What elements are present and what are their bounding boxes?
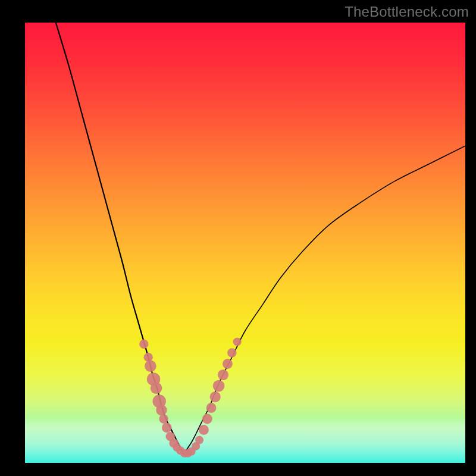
data-marker: [223, 359, 233, 369]
data-marker: [162, 422, 172, 433]
curve-left_branch: [56, 23, 184, 454]
data-marker: [227, 348, 236, 357]
data-marker: [206, 403, 217, 413]
curve-right_branch: [183, 146, 465, 454]
chart-frame: TheBottleneck.com: [0, 0, 476, 476]
plot-area: [25, 23, 465, 463]
data-marker: [195, 436, 203, 444]
data-marker: [218, 369, 228, 380]
data-marker: [199, 425, 209, 435]
curve-svg: [25, 23, 465, 463]
data-marker: [213, 380, 225, 392]
data-marker: [151, 382, 162, 394]
data-marker: [156, 405, 167, 415]
data-marker: [210, 392, 221, 402]
data-marker: [202, 414, 212, 424]
data-marker: [139, 340, 148, 349]
data-marker: [233, 338, 242, 346]
data-marker: [145, 360, 156, 372]
watermark-text: TheBottleneck.com: [345, 4, 469, 20]
data-marker: [159, 414, 168, 423]
